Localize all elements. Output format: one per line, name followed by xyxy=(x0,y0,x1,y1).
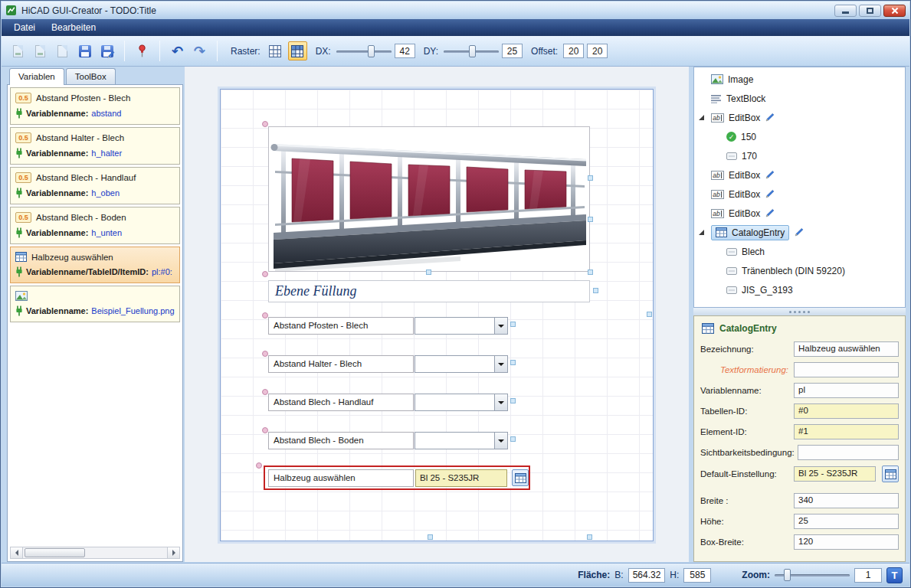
area-height-field[interactable]: 585 xyxy=(683,568,711,583)
tree-item-editbox[interactable]: EditBox xyxy=(694,185,905,204)
tree-item-editbox[interactable]: EditBox xyxy=(694,204,905,223)
pin-button[interactable] xyxy=(133,41,152,60)
edit-pencil-icon[interactable] xyxy=(794,227,804,237)
scroll-right-button[interactable] xyxy=(167,547,179,558)
titlebar[interactable]: HiCAD GUI-Creator - TODO:Title xyxy=(2,2,909,19)
element-id-field[interactable]: #1 xyxy=(794,424,899,439)
dx-slider[interactable] xyxy=(336,44,392,58)
panel-splitter[interactable] xyxy=(693,308,906,315)
tree-item-catalogentry-selected[interactable]: CatalogEntry xyxy=(694,223,905,242)
edit-pencil-icon[interactable] xyxy=(765,113,775,122)
minimize-button[interactable] xyxy=(834,5,857,17)
design-surface[interactable]: Ebene Füllung Abstand Pfosten - Blech Ab… xyxy=(220,89,654,541)
expander-icon[interactable] xyxy=(698,113,706,122)
selection-handle[interactable] xyxy=(262,351,268,357)
form-row[interactable]: Abstand Pfosten - Blech xyxy=(268,317,508,335)
tab-toolbox[interactable]: ToolBox xyxy=(66,68,116,84)
textformatierung-field[interactable] xyxy=(794,362,899,377)
scroll-left-button[interactable] xyxy=(11,547,23,558)
selection-handle[interactable] xyxy=(428,534,433,540)
dy-slider[interactable] xyxy=(444,44,499,58)
maximize-button[interactable] xyxy=(859,5,881,17)
tab-variablen[interactable]: Variablen xyxy=(9,68,64,85)
close-button[interactable] xyxy=(883,5,906,17)
selection-handle[interactable] xyxy=(593,288,598,293)
menu-item-datei[interactable]: Datei xyxy=(7,20,42,35)
zoom-slider[interactable] xyxy=(775,568,850,582)
tree-item-editbox[interactable]: EditBox xyxy=(694,108,905,127)
grid-button-1[interactable] xyxy=(266,41,285,60)
catalog-value-field[interactable]: Bl 25 - S235JR xyxy=(415,469,507,487)
dropdown[interactable] xyxy=(415,432,508,449)
form-row[interactable]: Abstand Halter - Blech xyxy=(268,355,508,373)
area-width-field[interactable]: 564.32 xyxy=(628,568,666,583)
selection-handle[interactable] xyxy=(588,175,593,181)
edit-pencil-icon[interactable] xyxy=(765,208,775,218)
zoom-value-field[interactable]: 1 xyxy=(854,568,882,583)
dx-value-field[interactable]: 42 xyxy=(395,44,415,58)
redo-button[interactable]: ↷ xyxy=(190,41,209,60)
default-field[interactable]: Bl 25 - S235JR xyxy=(794,466,876,482)
breite-field[interactable]: 340 xyxy=(794,493,899,508)
tree-item-jis-g-3193[interactable]: JIS_G_3193 xyxy=(694,280,905,299)
scrollbar-thumb[interactable] xyxy=(25,548,85,557)
variable-card-selected[interactable]: Halbzeug auswählen Variablenname/TableID… xyxy=(10,247,180,283)
dropdown[interactable] xyxy=(415,355,508,373)
selection-handle[interactable] xyxy=(256,462,262,469)
dy-slider-thumb[interactable] xyxy=(469,45,476,57)
offset-x-field[interactable]: 20 xyxy=(563,44,584,58)
selection-handle[interactable] xyxy=(262,389,268,395)
import-button[interactable] xyxy=(53,41,72,60)
tree-item-editbox[interactable]: EditBox xyxy=(694,165,905,185)
selection-handle[interactable] xyxy=(588,217,593,222)
selection-handle[interactable] xyxy=(262,312,268,318)
text-tool-button[interactable] xyxy=(886,567,903,583)
menu-item-bearbeiten[interactable]: Bearbeiten xyxy=(44,20,103,35)
save-button[interactable] xyxy=(75,41,94,60)
bezeichnung-field[interactable]: Halbzeug auswählen xyxy=(794,341,899,357)
variable-card[interactable]: Abstand Blech - Boden Variablenname:h_un… xyxy=(10,207,180,244)
scrollbar-track[interactable] xyxy=(23,547,167,558)
selection-handle[interactable] xyxy=(510,398,516,403)
selection-handle[interactable] xyxy=(647,312,652,317)
tree-item-150[interactable]: 150 xyxy=(694,127,905,146)
copy-button[interactable] xyxy=(31,41,50,60)
image-element[interactable] xyxy=(268,126,590,272)
catalog-row-selected[interactable]: Halbzeug auswählen Bl 25 - S235JR xyxy=(264,466,530,490)
tree-item-170[interactable]: 170 xyxy=(694,146,905,165)
tabellen-id-field[interactable]: #0 xyxy=(794,403,899,419)
selection-handle[interactable] xyxy=(587,534,592,540)
selection-handle[interactable] xyxy=(262,121,268,127)
selection-handle[interactable] xyxy=(262,427,268,433)
hoehe-field[interactable]: 25 xyxy=(794,514,899,529)
edit-pencil-icon[interactable] xyxy=(765,189,775,199)
selection-handle[interactable] xyxy=(510,322,516,327)
box-breite-field[interactable]: 120 xyxy=(794,534,899,550)
variable-card[interactable]: Variablenname:Beispiel_Fuellung.png xyxy=(10,286,180,322)
selected-tree-item[interactable]: CatalogEntry xyxy=(711,225,789,240)
undo-button[interactable]: ↶ xyxy=(168,41,187,60)
dropdown[interactable] xyxy=(415,394,508,411)
zoom-slider-thumb[interactable] xyxy=(784,569,791,581)
default-catalog-button[interactable] xyxy=(882,466,899,482)
form-row[interactable]: Abstand Blech - Boden xyxy=(268,432,508,449)
selection-handle[interactable] xyxy=(510,436,516,442)
dy-value-field[interactable]: 25 xyxy=(502,44,523,58)
selection-handle[interactable] xyxy=(588,270,593,275)
dropdown[interactable] xyxy=(415,317,508,335)
sichtbarkeit-field[interactable] xyxy=(798,445,899,460)
selection-handle[interactable] xyxy=(262,271,268,277)
horizontal-scrollbar[interactable] xyxy=(10,547,180,559)
selection-handle[interactable] xyxy=(426,270,431,275)
dx-slider-thumb[interactable] xyxy=(368,45,375,57)
variablenname-field[interactable]: pl xyxy=(794,383,899,398)
title-element[interactable]: Ebene Füllung xyxy=(268,280,590,302)
tree-item-blech[interactable]: Blech xyxy=(694,242,905,261)
variable-card[interactable]: Abstand Blech - Handlauf Variablenname:h… xyxy=(10,167,180,204)
edit-pencil-icon[interactable] xyxy=(765,170,775,180)
grid-button-2[interactable] xyxy=(288,41,307,60)
tree-item-image[interactable]: Image xyxy=(694,70,905,89)
tree-item-traenenblech[interactable]: Tränenblech (DIN 59220) xyxy=(694,261,905,280)
save-as-button[interactable] xyxy=(97,41,116,60)
form-row[interactable]: Abstand Blech - Handlauf xyxy=(268,394,508,411)
